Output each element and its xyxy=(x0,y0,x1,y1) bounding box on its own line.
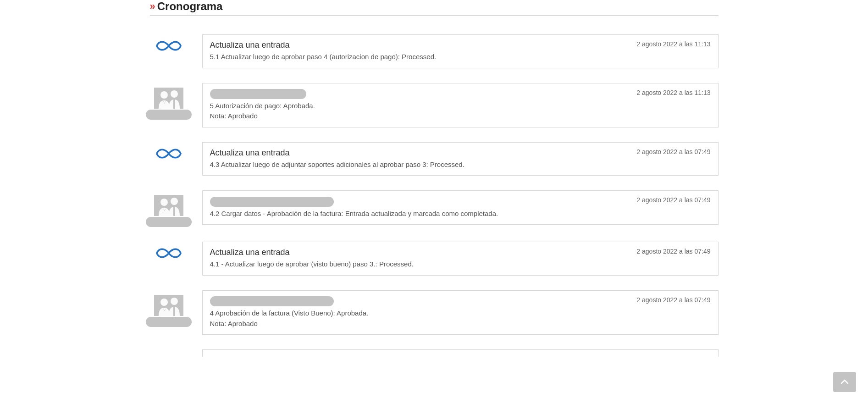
infinity-icon xyxy=(155,246,182,260)
svg-rect-10 xyxy=(173,307,175,316)
timeline-card-note: Nota: Aprobado xyxy=(210,319,711,329)
timeline-card-header: Actualiza una entrada2 agosto 2022 a las… xyxy=(210,248,711,257)
timeline-card-header: 2 agosto 2022 a las 07:49 xyxy=(210,296,711,306)
timeline-card-header: 2 agosto 2022 a las 07:49 xyxy=(210,196,711,206)
timeline-card-title: Actualiza una entrada xyxy=(210,248,290,257)
chevrons-icon: » xyxy=(150,0,154,12)
svg-text:V: V xyxy=(163,208,166,212)
timeline-card-body: 5.1 Actualizar luego de aprobar paso 4 (… xyxy=(210,52,711,62)
timeline-list: Actualiza una entrada2 agosto 2022 a las… xyxy=(150,34,719,335)
timeline-card-body: 4.1 - Actualizar luego de aprobar (visto… xyxy=(210,259,711,270)
timeline-item: V 2 agosto 2022 a las 11:135 Autorizació… xyxy=(150,83,719,127)
timeline-card-header: Actualiza una entrada2 agosto 2022 a las… xyxy=(210,148,711,158)
redacted-title xyxy=(210,197,334,207)
redacted-title xyxy=(210,89,306,99)
user-avatar: V xyxy=(150,88,188,120)
timeline-card-note: Nota: Aprobado xyxy=(210,111,711,122)
svg-point-5 xyxy=(171,198,178,205)
timeline-avatar-col: V xyxy=(150,83,188,120)
user-name-redacted xyxy=(146,317,192,327)
svg-rect-6 xyxy=(173,207,175,216)
timeline-item: Actualiza una entrada2 agosto 2022 a las… xyxy=(150,34,719,68)
timeline-avatar-col xyxy=(150,142,188,160)
timeline-card-body: 4 Aprobación de la factura (Visto Bueno)… xyxy=(210,308,711,319)
timeline-card-body: 4.3 Actualizar luego de adjuntar soporte… xyxy=(210,160,711,170)
svg-point-4 xyxy=(160,199,168,206)
user-avatar: V xyxy=(150,295,188,327)
timeline-avatar-col xyxy=(150,34,188,53)
svg-point-0 xyxy=(160,91,168,99)
timeline-card-date: 2 agosto 2022 a las 07:49 xyxy=(636,148,710,155)
user-name-redacted xyxy=(146,217,192,227)
timeline-item: V 2 agosto 2022 a las 07:494.2 Cargar da… xyxy=(150,190,719,227)
svg-point-1 xyxy=(171,90,178,98)
section-title: Cronograma xyxy=(157,0,223,13)
timeline-card: 2 agosto 2022 a las 07:494 Aprobación de… xyxy=(202,290,719,335)
timeline-card-date: 2 agosto 2022 a las 11:13 xyxy=(636,40,710,48)
people-silhouette-icon: V xyxy=(155,89,182,109)
svg-rect-2 xyxy=(173,100,175,109)
timeline-card: Actualiza una entrada2 agosto 2022 a las… xyxy=(202,34,719,68)
timeline-card: 2 agosto 2022 a las 11:135 Autorización … xyxy=(202,83,719,127)
timeline-card: Actualiza una entrada2 agosto 2022 a las… xyxy=(202,142,719,176)
timeline-card-date: 2 agosto 2022 a las 07:49 xyxy=(636,296,710,304)
svg-point-8 xyxy=(160,299,168,306)
timeline-item: V 2 agosto 2022 a las 07:494 Aprobación … xyxy=(150,290,719,335)
user-avatar: V xyxy=(150,195,188,227)
timeline-card-title: Actualiza una entrada xyxy=(210,148,290,158)
infinity-icon xyxy=(155,147,182,160)
timeline-card: 2 agosto 2022 a las 07:494.2 Cargar dato… xyxy=(202,190,719,225)
people-silhouette-icon: V xyxy=(155,296,182,316)
timeline-partial-card xyxy=(202,349,719,357)
timeline-card-date: 2 agosto 2022 a las 07:49 xyxy=(636,196,710,204)
redacted-title xyxy=(210,296,334,306)
timeline-card-title xyxy=(210,296,334,306)
svg-text:V: V xyxy=(163,308,166,312)
timeline-card-title xyxy=(210,196,334,206)
timeline-avatar-col xyxy=(150,242,188,260)
user-name-redacted xyxy=(146,110,192,120)
timeline-card-header: 2 agosto 2022 a las 11:13 xyxy=(210,89,711,99)
timeline-card-header: Actualiza una entrada2 agosto 2022 a las… xyxy=(210,40,711,50)
timeline-card-date: 2 agosto 2022 a las 07:49 xyxy=(636,248,710,255)
timeline-card-title: Actualiza una entrada xyxy=(210,40,290,50)
timeline-avatar-col: V xyxy=(150,190,188,227)
timeline-item: Actualiza una entrada2 agosto 2022 a las… xyxy=(150,142,719,176)
timeline-card-title xyxy=(210,89,306,99)
timeline-card-date: 2 agosto 2022 a las 11:13 xyxy=(636,89,710,96)
svg-text:V: V xyxy=(163,100,166,105)
timeline-item: Actualiza una entrada2 agosto 2022 a las… xyxy=(150,242,719,276)
section-header: » Cronograma xyxy=(150,0,719,16)
timeline-card-body: 4.2 Cargar datos - Aprobación de la fact… xyxy=(210,209,711,219)
timeline-avatar-col: V xyxy=(150,290,188,327)
people-silhouette-icon: V xyxy=(155,196,182,216)
timeline-card: Actualiza una entrada2 agosto 2022 a las… xyxy=(202,242,719,276)
timeline-card-body: 5 Autorización de pago: Aprobada. xyxy=(210,101,711,111)
infinity-icon xyxy=(155,39,182,53)
svg-point-9 xyxy=(171,298,178,305)
